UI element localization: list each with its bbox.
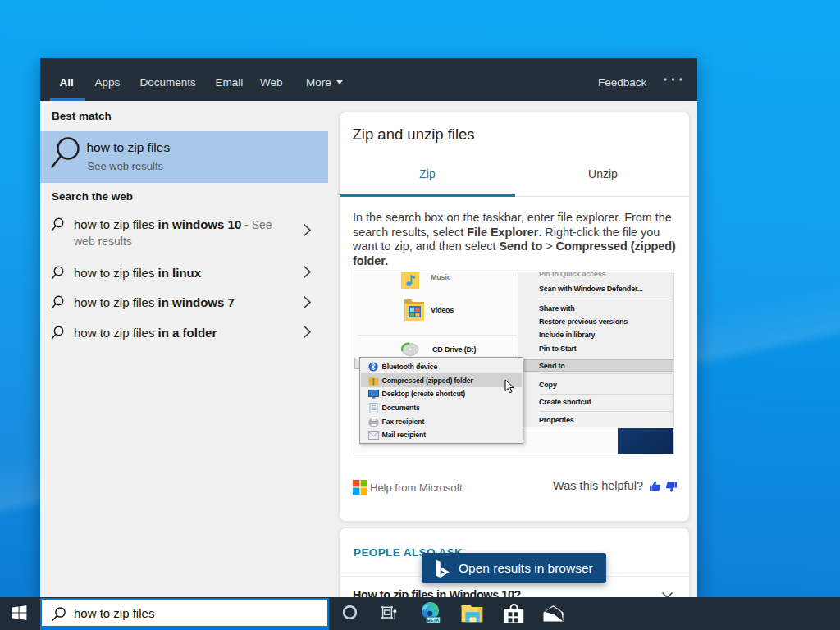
svg-text:BETA: BETA [427, 618, 439, 623]
